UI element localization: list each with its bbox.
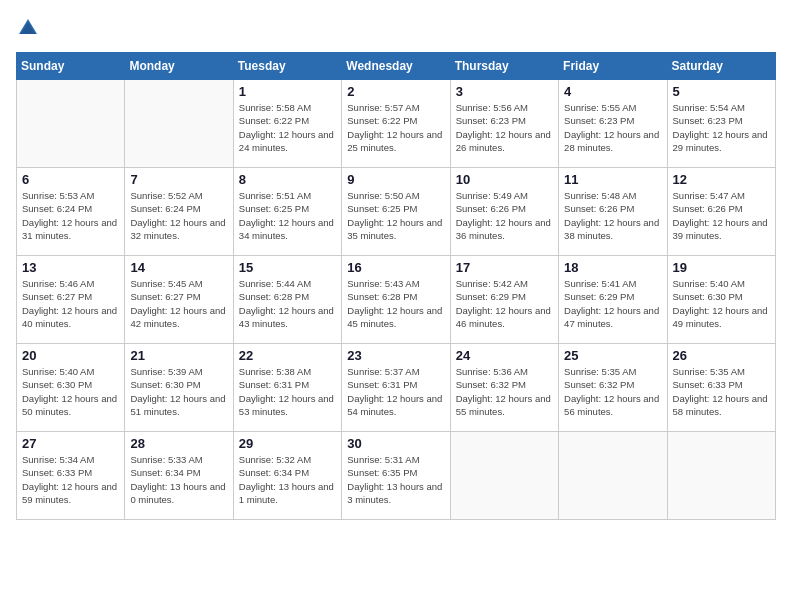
day-number: 16 — [347, 260, 444, 275]
day-detail: Sunrise: 5:32 AM Sunset: 6:34 PM Dayligh… — [239, 453, 336, 506]
day-number: 30 — [347, 436, 444, 451]
weekday-header-cell: Sunday — [17, 53, 125, 80]
day-detail: Sunrise: 5:46 AM Sunset: 6:27 PM Dayligh… — [22, 277, 119, 330]
calendar-table: SundayMondayTuesdayWednesdayThursdayFrid… — [16, 52, 776, 520]
day-detail: Sunrise: 5:38 AM Sunset: 6:31 PM Dayligh… — [239, 365, 336, 418]
day-number: 26 — [673, 348, 770, 363]
day-detail: Sunrise: 5:53 AM Sunset: 6:24 PM Dayligh… — [22, 189, 119, 242]
day-detail: Sunrise: 5:39 AM Sunset: 6:30 PM Dayligh… — [130, 365, 227, 418]
calendar-cell-w4-d1: 20Sunrise: 5:40 AM Sunset: 6:30 PM Dayli… — [17, 344, 125, 432]
calendar-cell-w1-d3: 1Sunrise: 5:58 AM Sunset: 6:22 PM Daylig… — [233, 80, 341, 168]
calendar-cell-w4-d7: 26Sunrise: 5:35 AM Sunset: 6:33 PM Dayli… — [667, 344, 775, 432]
day-number: 22 — [239, 348, 336, 363]
calendar-cell-w2-d3: 8Sunrise: 5:51 AM Sunset: 6:25 PM Daylig… — [233, 168, 341, 256]
day-detail: Sunrise: 5:42 AM Sunset: 6:29 PM Dayligh… — [456, 277, 553, 330]
calendar-cell-w5-d6 — [559, 432, 667, 520]
calendar-cell-w5-d5 — [450, 432, 558, 520]
week-row-2: 6Sunrise: 5:53 AM Sunset: 6:24 PM Daylig… — [17, 168, 776, 256]
calendar-cell-w2-d2: 7Sunrise: 5:52 AM Sunset: 6:24 PM Daylig… — [125, 168, 233, 256]
logo — [16, 16, 44, 40]
calendar-cell-w3-d6: 18Sunrise: 5:41 AM Sunset: 6:29 PM Dayli… — [559, 256, 667, 344]
calendar-cell-w2-d7: 12Sunrise: 5:47 AM Sunset: 6:26 PM Dayli… — [667, 168, 775, 256]
calendar-cell-w1-d6: 4Sunrise: 5:55 AM Sunset: 6:23 PM Daylig… — [559, 80, 667, 168]
calendar-cell-w4-d4: 23Sunrise: 5:37 AM Sunset: 6:31 PM Dayli… — [342, 344, 450, 432]
day-number: 17 — [456, 260, 553, 275]
day-detail: Sunrise: 5:35 AM Sunset: 6:32 PM Dayligh… — [564, 365, 661, 418]
calendar-cell-w5-d4: 30Sunrise: 5:31 AM Sunset: 6:35 PM Dayli… — [342, 432, 450, 520]
calendar-cell-w5-d2: 28Sunrise: 5:33 AM Sunset: 6:34 PM Dayli… — [125, 432, 233, 520]
calendar-cell-w3-d7: 19Sunrise: 5:40 AM Sunset: 6:30 PM Dayli… — [667, 256, 775, 344]
week-row-3: 13Sunrise: 5:46 AM Sunset: 6:27 PM Dayli… — [17, 256, 776, 344]
day-detail: Sunrise: 5:48 AM Sunset: 6:26 PM Dayligh… — [564, 189, 661, 242]
weekday-header-cell: Thursday — [450, 53, 558, 80]
calendar-cell-w1-d2 — [125, 80, 233, 168]
day-detail: Sunrise: 5:49 AM Sunset: 6:26 PM Dayligh… — [456, 189, 553, 242]
day-number: 21 — [130, 348, 227, 363]
calendar-cell-w5-d7 — [667, 432, 775, 520]
calendar-cell-w1-d5: 3Sunrise: 5:56 AM Sunset: 6:23 PM Daylig… — [450, 80, 558, 168]
weekday-header-cell: Tuesday — [233, 53, 341, 80]
calendar-cell-w2-d4: 9Sunrise: 5:50 AM Sunset: 6:25 PM Daylig… — [342, 168, 450, 256]
day-number: 13 — [22, 260, 119, 275]
day-detail: Sunrise: 5:41 AM Sunset: 6:29 PM Dayligh… — [564, 277, 661, 330]
day-number: 11 — [564, 172, 661, 187]
weekday-header-row: SundayMondayTuesdayWednesdayThursdayFrid… — [17, 53, 776, 80]
day-number: 29 — [239, 436, 336, 451]
day-detail: Sunrise: 5:44 AM Sunset: 6:28 PM Dayligh… — [239, 277, 336, 330]
day-number: 14 — [130, 260, 227, 275]
weekday-header-cell: Saturday — [667, 53, 775, 80]
day-detail: Sunrise: 5:40 AM Sunset: 6:30 PM Dayligh… — [22, 365, 119, 418]
day-detail: Sunrise: 5:35 AM Sunset: 6:33 PM Dayligh… — [673, 365, 770, 418]
day-number: 9 — [347, 172, 444, 187]
day-detail: Sunrise: 5:37 AM Sunset: 6:31 PM Dayligh… — [347, 365, 444, 418]
day-number: 4 — [564, 84, 661, 99]
day-number: 5 — [673, 84, 770, 99]
calendar-cell-w4-d2: 21Sunrise: 5:39 AM Sunset: 6:30 PM Dayli… — [125, 344, 233, 432]
calendar-cell-w1-d1 — [17, 80, 125, 168]
day-number: 28 — [130, 436, 227, 451]
logo-icon — [16, 16, 40, 40]
calendar-cell-w1-d7: 5Sunrise: 5:54 AM Sunset: 6:23 PM Daylig… — [667, 80, 775, 168]
day-number: 23 — [347, 348, 444, 363]
day-number: 18 — [564, 260, 661, 275]
day-number: 27 — [22, 436, 119, 451]
calendar-cell-w3-d4: 16Sunrise: 5:43 AM Sunset: 6:28 PM Dayli… — [342, 256, 450, 344]
weekday-header-cell: Wednesday — [342, 53, 450, 80]
calendar-cell-w2-d6: 11Sunrise: 5:48 AM Sunset: 6:26 PM Dayli… — [559, 168, 667, 256]
calendar-cell-w4-d5: 24Sunrise: 5:36 AM Sunset: 6:32 PM Dayli… — [450, 344, 558, 432]
day-detail: Sunrise: 5:57 AM Sunset: 6:22 PM Dayligh… — [347, 101, 444, 154]
weekday-header-cell: Friday — [559, 53, 667, 80]
day-number: 25 — [564, 348, 661, 363]
day-detail: Sunrise: 5:51 AM Sunset: 6:25 PM Dayligh… — [239, 189, 336, 242]
day-detail: Sunrise: 5:31 AM Sunset: 6:35 PM Dayligh… — [347, 453, 444, 506]
calendar-cell-w2-d1: 6Sunrise: 5:53 AM Sunset: 6:24 PM Daylig… — [17, 168, 125, 256]
day-number: 3 — [456, 84, 553, 99]
week-row-4: 20Sunrise: 5:40 AM Sunset: 6:30 PM Dayli… — [17, 344, 776, 432]
day-number: 19 — [673, 260, 770, 275]
calendar-cell-w5-d1: 27Sunrise: 5:34 AM Sunset: 6:33 PM Dayli… — [17, 432, 125, 520]
calendar-cell-w3-d3: 15Sunrise: 5:44 AM Sunset: 6:28 PM Dayli… — [233, 256, 341, 344]
weekday-header-cell: Monday — [125, 53, 233, 80]
day-number: 10 — [456, 172, 553, 187]
calendar-cell-w3-d5: 17Sunrise: 5:42 AM Sunset: 6:29 PM Dayli… — [450, 256, 558, 344]
day-number: 12 — [673, 172, 770, 187]
calendar-cell-w5-d3: 29Sunrise: 5:32 AM Sunset: 6:34 PM Dayli… — [233, 432, 341, 520]
calendar-cell-w4-d6: 25Sunrise: 5:35 AM Sunset: 6:32 PM Dayli… — [559, 344, 667, 432]
day-number: 1 — [239, 84, 336, 99]
calendar-cell-w3-d2: 14Sunrise: 5:45 AM Sunset: 6:27 PM Dayli… — [125, 256, 233, 344]
day-detail: Sunrise: 5:58 AM Sunset: 6:22 PM Dayligh… — [239, 101, 336, 154]
day-number: 24 — [456, 348, 553, 363]
day-detail: Sunrise: 5:43 AM Sunset: 6:28 PM Dayligh… — [347, 277, 444, 330]
day-number: 8 — [239, 172, 336, 187]
day-detail: Sunrise: 5:56 AM Sunset: 6:23 PM Dayligh… — [456, 101, 553, 154]
day-detail: Sunrise: 5:45 AM Sunset: 6:27 PM Dayligh… — [130, 277, 227, 330]
header — [16, 16, 776, 40]
day-number: 20 — [22, 348, 119, 363]
day-detail: Sunrise: 5:50 AM Sunset: 6:25 PM Dayligh… — [347, 189, 444, 242]
day-number: 6 — [22, 172, 119, 187]
day-detail: Sunrise: 5:47 AM Sunset: 6:26 PM Dayligh… — [673, 189, 770, 242]
calendar-body: 1Sunrise: 5:58 AM Sunset: 6:22 PM Daylig… — [17, 80, 776, 520]
calendar-cell-w3-d1: 13Sunrise: 5:46 AM Sunset: 6:27 PM Dayli… — [17, 256, 125, 344]
day-number: 15 — [239, 260, 336, 275]
day-detail: Sunrise: 5:54 AM Sunset: 6:23 PM Dayligh… — [673, 101, 770, 154]
